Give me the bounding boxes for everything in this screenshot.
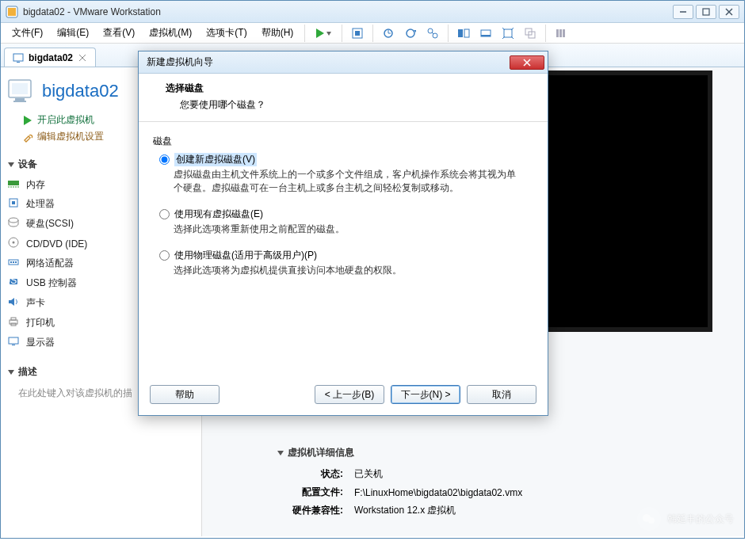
- details-title: 虚拟机详细信息: [288, 446, 354, 459]
- help-button[interactable]: 帮助: [150, 385, 220, 404]
- snapshot-manager-icon[interactable]: [422, 25, 443, 42]
- next-button[interactable]: 下一步(N) >: [391, 385, 460, 404]
- view-icon[interactable]: [453, 25, 474, 42]
- details-config-key: 配置文件:: [278, 484, 348, 501]
- svg-marker-66: [277, 451, 284, 455]
- svg-rect-3: [703, 9, 709, 15]
- new-vm-wizard-dialog: 新建虚拟机向导 选择磁盘 您要使用哪个磁盘？ 磁盘 创建新虚拟磁盘(V) 虚拟磁…: [138, 51, 548, 416]
- radio-use-physical-disk[interactable]: [159, 250, 170, 261]
- vm-big-icon: [7, 77, 36, 105]
- menu-edit[interactable]: 编辑(E): [51, 24, 95, 42]
- maximize-button[interactable]: [696, 5, 716, 19]
- unity-icon[interactable]: [520, 25, 540, 42]
- svg-marker-59: [9, 298, 14, 306]
- dialog-close-button[interactable]: [510, 55, 544, 70]
- window-title: bigdata02 - VMware Workstation: [23, 6, 673, 17]
- chevron-down-icon: [277, 449, 284, 457]
- dialog-titlebar: 新建虚拟机向导: [139, 51, 548, 74]
- snapshot-icon[interactable]: [378, 25, 399, 42]
- window-buttons: [673, 5, 739, 19]
- menu-help[interactable]: 帮助(H): [255, 24, 300, 42]
- divider: [545, 25, 546, 42]
- chevron-down-icon: [7, 161, 15, 169]
- svg-rect-32: [13, 54, 23, 61]
- close-button[interactable]: [719, 5, 739, 19]
- menu-tabs[interactable]: 选项卡(T): [200, 24, 253, 42]
- option-use-existing-disk[interactable]: 使用现有虚拟磁盘(E): [159, 208, 533, 221]
- details-state-key: 状态:: [278, 466, 348, 482]
- fullscreen-icon[interactable]: [498, 25, 518, 42]
- sound-icon: [7, 295, 20, 308]
- menubar: 文件(F) 编辑(E) 查看(V) 虚拟机(M) 选项卡(T) 帮助(H): [1, 23, 744, 44]
- details-state-value: 已关机: [349, 466, 527, 482]
- tab-close-icon[interactable]: [78, 53, 87, 63]
- svg-rect-61: [11, 318, 16, 320]
- divider: [448, 25, 449, 42]
- cancel-button[interactable]: 取消: [467, 385, 536, 404]
- details-header[interactable]: 虚拟机详细信息: [277, 446, 529, 459]
- details-table: 状态:已关机 配置文件:F:\LinuxHome\bigdata02\bigda…: [277, 464, 529, 520]
- dialog-body: 磁盘 创建新虚拟磁盘(V) 虚拟磁盘由主机文件系统上的一个或多个文件组成，客户机…: [139, 122, 548, 377]
- display-icon: [7, 335, 20, 348]
- vm-details: 虚拟机详细信息 状态:已关机 配置文件:F:\LinuxHome\bigdata…: [277, 446, 529, 520]
- divider: [304, 25, 305, 42]
- option-create-new-disk[interactable]: 创建新虚拟磁盘(V): [159, 153, 533, 166]
- disk-icon: [7, 216, 20, 229]
- radio-create-new-disk[interactable]: [159, 154, 170, 165]
- wechat-icon: [637, 507, 661, 531]
- library-icon[interactable]: [551, 25, 571, 42]
- tab-bigdata02[interactable]: bigdata02: [4, 48, 96, 67]
- details-compat-key: 硬件兼容性:: [278, 502, 348, 519]
- svg-point-52: [13, 242, 15, 244]
- titlebar: bigdata02 - VMware Workstation: [1, 1, 744, 23]
- play-button[interactable]: [310, 25, 337, 42]
- minimize-button[interactable]: [673, 5, 693, 19]
- usb-icon: USB: [7, 276, 20, 288]
- option-label: 创建新虚拟磁盘(V): [174, 153, 257, 166]
- option-desc: 虚拟磁盘由主机文件系统上的一个或多个文件组成，客户机操作系统会将其视为单个硬盘。…: [174, 168, 522, 195]
- svg-rect-1: [8, 8, 16, 16]
- radio-use-existing-disk[interactable]: [159, 209, 170, 219]
- network-icon: [7, 256, 20, 269]
- option-desc: 选择此选项将为虚拟机提供直接访问本地硬盘的权限。: [174, 264, 522, 277]
- svg-rect-55: [13, 261, 14, 263]
- svg-marker-41: [8, 162, 14, 167]
- svg-point-70: [648, 517, 655, 524]
- menu-vm[interactable]: 虚拟机(M): [143, 24, 198, 42]
- menu-file[interactable]: 文件(F): [6, 24, 49, 42]
- disk-group-label: 磁盘: [153, 135, 533, 148]
- option-desc: 选择此选项将重新使用之前配置的磁盘。: [174, 223, 522, 236]
- snapshot-icon[interactable]: [400, 25, 421, 42]
- svg-rect-30: [559, 29, 562, 37]
- svg-point-13: [407, 29, 414, 37]
- svg-line-17: [432, 32, 433, 34]
- description-label: 描述: [18, 365, 37, 379]
- dialog-subheading: 您要使用哪个磁盘？: [180, 98, 535, 112]
- toolbar-icon[interactable]: [347, 25, 368, 42]
- svg-rect-21: [481, 35, 491, 36]
- app-icon: [6, 6, 18, 18]
- svg-rect-9: [355, 31, 360, 36]
- svg-rect-42: [8, 181, 19, 185]
- back-button[interactable]: < 上一步(B): [315, 385, 384, 404]
- details-compat-value: Workstation 12.x 虚拟机: [349, 502, 527, 519]
- dialog-footer: 帮助 < 上一步(B) 下一步(N) > 取消: [139, 377, 548, 415]
- svg-rect-38: [15, 98, 25, 101]
- svg-rect-31: [563, 29, 565, 37]
- svg-marker-65: [8, 370, 14, 375]
- tab-label: bigdata02: [29, 52, 73, 63]
- menu-view[interactable]: 查看(V): [97, 24, 141, 42]
- svg-rect-22: [504, 29, 512, 37]
- svg-rect-56: [15, 261, 17, 263]
- dialog-title: 新建虚拟机向导: [147, 55, 510, 69]
- svg-rect-39: [13, 101, 26, 102]
- option-use-physical-disk[interactable]: 使用物理磁盘(适用于高级用户)(P): [159, 249, 533, 262]
- svg-rect-37: [12, 83, 28, 94]
- svg-marker-40: [24, 116, 32, 125]
- power-on-label: 开启此虚拟机: [37, 113, 94, 127]
- svg-rect-18: [458, 29, 463, 37]
- option-label: 使用现有虚拟磁盘(E): [174, 208, 263, 221]
- svg-marker-7: [326, 32, 331, 36]
- watermark-text: 韩延丰的公众号: [667, 513, 734, 526]
- view-icon[interactable]: [475, 25, 496, 42]
